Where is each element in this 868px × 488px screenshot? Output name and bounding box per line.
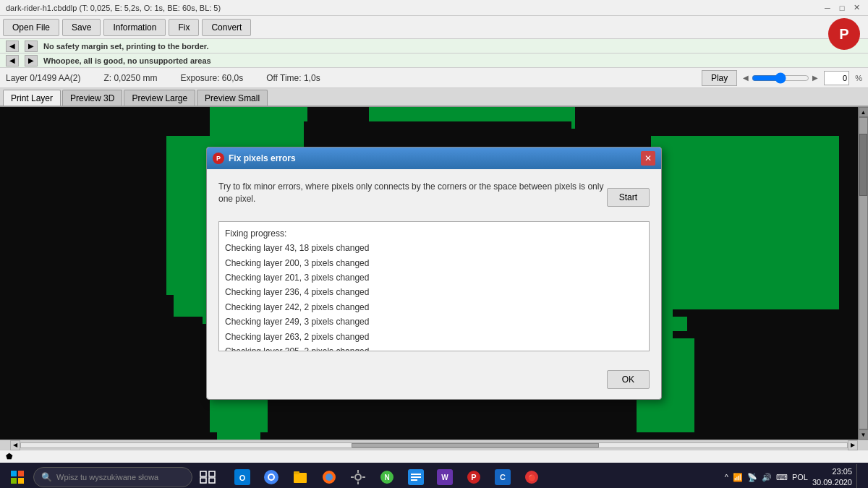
scroll-left-arrow[interactable]: ◀	[10, 440, 20, 450]
z-label: Z: 0,0250 mm	[103, 73, 157, 83]
close-button[interactable]: ✕	[851, 2, 862, 14]
chrome-icon	[263, 469, 279, 485]
nav-prev-button-2[interactable]: ◀	[6, 55, 19, 67]
windows-icon	[10, 470, 25, 484]
layer-slider[interactable]	[752, 72, 809, 84]
taskbar-c-app-icon[interactable]: C	[489, 463, 516, 488]
status-message-1: No safety margin set, printing to the bo…	[43, 42, 209, 51]
svg-rect-20	[200, 478, 206, 483]
bottom-status: ⬟	[0, 450, 868, 463]
game-icon: N	[379, 469, 395, 485]
firefox-icon	[321, 469, 337, 485]
main-canvas: ▲ ▼ P Fix pixels errors ✕ Try to fix min…	[0, 107, 868, 440]
outlook-icon: O	[234, 469, 250, 485]
task-view-icon	[200, 469, 216, 485]
toolbar: Open File Save Information Fix Convert P	[0, 16, 868, 39]
tray-chevron[interactable]: ^	[725, 473, 728, 481]
dialog-footer: OK	[207, 363, 661, 399]
svg-rect-16	[11, 478, 17, 484]
logo-icon: P	[828, 18, 860, 50]
file-manager-icon	[292, 469, 308, 485]
minimize-button[interactable]: ─	[822, 2, 833, 14]
svg-text:C: C	[500, 473, 506, 481]
save-button[interactable]: Save	[62, 19, 101, 36]
svg-point-31	[355, 474, 361, 480]
svg-text:O: O	[239, 474, 246, 482]
tray-network-icon[interactable]: 📶	[733, 473, 743, 482]
scroll-right-arrow[interactable]: ▶	[848, 440, 858, 450]
convert-button[interactable]: Convert	[202, 19, 251, 36]
tray-keyboard-icon[interactable]: ⌨	[776, 473, 788, 482]
tab-preview-large[interactable]: Preview Large	[124, 90, 195, 106]
nav-next-button-2[interactable]: ▶	[25, 55, 38, 67]
taskbar-purple-app-icon[interactable]: W	[431, 463, 459, 488]
fix-button[interactable]: Fix	[169, 19, 199, 36]
fix-pixels-dialog: P Fix pixels errors ✕ Try to fix minor e…	[206, 147, 662, 400]
tray-volume-icon[interactable]: 🔊	[762, 473, 772, 482]
scroll-thumb-horizontal[interactable]	[352, 443, 600, 448]
taskbar: 🔍 Wpisz tu wyszukiwane słowa O	[0, 463, 868, 488]
system-clock: 23:05 30.09.2020	[812, 466, 852, 488]
information-button[interactable]: Information	[103, 19, 166, 36]
start-button[interactable]: Start	[607, 188, 650, 207]
svg-rect-32	[357, 470, 359, 473]
svg-rect-28	[294, 471, 299, 474]
svg-rect-33	[357, 481, 359, 484]
taskbar-red-app-icon[interactable]: 🔴	[518, 463, 545, 488]
taskbar-settings-icon[interactable]	[344, 463, 372, 488]
play-button[interactable]: Play	[702, 70, 737, 86]
zoom-unit: %	[855, 74, 862, 82]
start-button[interactable]	[3, 463, 32, 488]
taskbar-blue-app-icon[interactable]	[402, 463, 430, 488]
tab-preview-small[interactable]: Preview Small	[197, 90, 268, 106]
tab-preview-3d[interactable]: Preview 3D	[62, 90, 122, 106]
maximize-button[interactable]: □	[836, 2, 848, 14]
tab-print-layer[interactable]: Print Layer	[3, 90, 61, 106]
tray-language: POL	[792, 473, 808, 481]
svg-point-30	[326, 474, 333, 481]
taskbar-main-app-icon[interactable]: P	[460, 463, 488, 488]
search-placeholder: Wpisz tu wyszukiwane słowa	[56, 473, 158, 481]
zoom-input[interactable]	[824, 71, 849, 85]
dialog-description-row: Try to fix minor errors, where pixels on…	[218, 181, 650, 214]
svg-rect-19	[209, 471, 215, 476]
tray-wifi-icon[interactable]: 📡	[747, 473, 757, 482]
status-message-2: Whoopee, all is good, no unsupported are…	[43, 56, 211, 65]
red-app-icon: 🔴	[524, 469, 540, 485]
bottom-status-text: ⬟	[6, 452, 13, 461]
slider-container: ◀ ▶	[743, 72, 818, 84]
clock-date: 30.09.2020	[812, 477, 852, 488]
progress-line-7: Checking layer 305, 3 pixels changed	[225, 344, 643, 351]
svg-text:P: P	[471, 473, 476, 481]
taskbar-outlook-icon[interactable]: O	[229, 463, 256, 488]
window-controls: ─ □ ✕	[822, 2, 862, 14]
nav-next-button-1[interactable]: ▶	[25, 40, 38, 52]
taskbar-search[interactable]: 🔍 Wpisz tu wyszukiwane słowa	[33, 467, 192, 487]
svg-text:N: N	[384, 474, 389, 481]
search-icon: 🔍	[41, 472, 52, 482]
modal-overlay: P Fix pixels errors ✕ Try to fix minor e…	[0, 107, 868, 440]
svg-rect-14	[11, 471, 17, 476]
ok-button[interactable]: OK	[607, 370, 650, 389]
dialog-close-button[interactable]: ✕	[641, 151, 655, 166]
title-text: dark-rider-h1.cbddlp (T: 0,025, E: 5,2s,…	[6, 4, 221, 12]
taskbar-app-icons: O	[229, 463, 545, 488]
taskbar-filemanager-icon[interactable]	[286, 463, 314, 488]
off-time-label: Off Time: 1,0s	[266, 73, 320, 83]
nav-prev-button-1[interactable]: ◀	[6, 40, 19, 52]
scroll-track-horizontal[interactable]	[20, 442, 848, 448]
taskbar-firefox-icon[interactable]	[315, 463, 343, 488]
slider-min-icon: ◀	[743, 74, 749, 82]
taskbar-chrome-icon[interactable]	[258, 463, 285, 488]
title-bar: dark-rider-h1.cbddlp (T: 0,025, E: 5,2s,…	[0, 0, 868, 16]
svg-rect-17	[18, 478, 24, 484]
layer-label: Layer 0/1499 AA(2)	[6, 73, 80, 83]
tabs-bar: Print Layer Preview 3D Preview Large Pre…	[0, 88, 868, 107]
svg-point-26	[269, 475, 273, 479]
open-file-button[interactable]: Open File	[3, 19, 59, 36]
task-view-button[interactable]	[194, 463, 221, 488]
progress-area[interactable]: Fixing progress: Checking layer 43, 18 p…	[218, 221, 650, 351]
taskbar-game-icon[interactable]: N	[373, 463, 401, 488]
show-desktop-button[interactable]	[856, 464, 859, 488]
horizontal-scrollbar[interactable]: ◀ ▶	[0, 440, 868, 450]
